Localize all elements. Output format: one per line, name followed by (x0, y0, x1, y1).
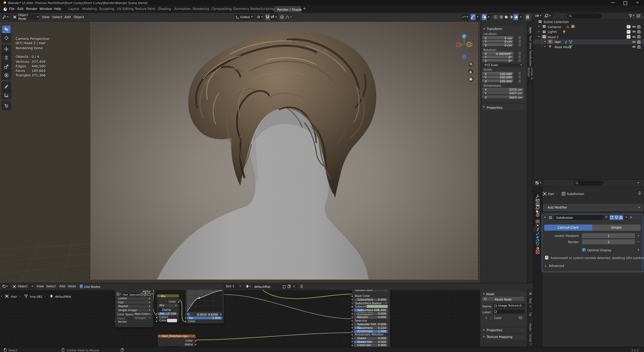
n-tab-item[interactable]: Item (528, 27, 533, 34)
properties-panel-collapsed[interactable]: Properties :::: (481, 104, 526, 110)
anisotropic-socket[interactable] (351, 330, 353, 332)
optimal-display-checkbox[interactable]: ✓ (582, 248, 586, 252)
hair-direction-header[interactable]: Hair_Direction.tga (158, 335, 196, 338)
lock-icon[interactable] (518, 55, 521, 58)
hide-eye-icon[interactable] (632, 25, 636, 28)
pan-button[interactable] (468, 69, 473, 74)
tab-particles-icon[interactable] (535, 231, 539, 235)
properties-search-input[interactable] (574, 181, 603, 185)
show-viewport-toggle[interactable] (614, 215, 618, 220)
modifier-extras-dropdown[interactable] (624, 215, 628, 220)
scale-y-field[interactable]: Y100.000 (482, 75, 514, 78)
image-name-field[interactable]: Hair_Specular.tga (122, 293, 140, 296)
catmull-clark-button[interactable]: Catmull-Clark (544, 224, 592, 231)
pause-render-button[interactable] (525, 14, 530, 20)
tool-add-cube[interactable] (2, 101, 11, 110)
render-levels-field[interactable]: 2 (582, 239, 635, 244)
proportional-falloff-selector[interactable] (284, 14, 292, 20)
shading-material-button[interactable] (509, 14, 513, 20)
tab-world-icon[interactable] (535, 213, 539, 217)
shader-tab-options[interactable]: Op (528, 312, 533, 317)
material-browse-button[interactable] (244, 284, 253, 289)
hide-eye-icon[interactable] (632, 45, 636, 49)
tab-modifiers-icon[interactable] (535, 227, 539, 231)
lock-icon[interactable] (518, 79, 521, 82)
hair-direction-node[interactable]: Hair_Direction.tga Color Alpha (158, 335, 196, 347)
lock-icon[interactable] (518, 59, 521, 62)
overlays-dropdown[interactable] (487, 14, 491, 20)
pin-icon[interactable] (638, 191, 641, 195)
curve-fac-slider[interactable]: Fac 1.000 (187, 317, 222, 320)
sheen-socket[interactable] (351, 338, 353, 340)
shader-tab-node[interactable]: N (528, 292, 533, 296)
mode-selector[interactable]: Object Mode (12, 14, 38, 20)
shader-type-selector[interactable]: Object (12, 284, 34, 289)
alpha-mode-dropdown[interactable]: Straight (134, 317, 152, 320)
blend-mode-dropdown[interactable]: Mix (158, 304, 178, 307)
modifier-grip[interactable]: :::: (636, 216, 641, 219)
disable-render-camera-icon[interactable] (637, 25, 641, 29)
disable-render-camera-icon[interactable] (637, 40, 641, 44)
mix-color1-input-socket[interactable] (156, 317, 158, 319)
expand-arrow[interactable] (544, 46, 546, 47)
shader-tab-view[interactable]: V (528, 305, 533, 308)
metallic-slider[interactable]: Metallic0.000 (354, 316, 388, 319)
shader-tab-tool[interactable]: Tool (528, 298, 533, 303)
pivot-point-selector[interactable] (256, 14, 263, 20)
copy-icon[interactable] (144, 293, 147, 296)
node-panel-title[interactable]: Node (486, 292, 494, 296)
xray-toggle[interactable] (494, 14, 498, 20)
subsurface-ior-slider[interactable]: Subsurface IOR1.400 (354, 309, 388, 312)
workspace-tab-render-shade[interactable]: Render / Shade (274, 6, 301, 12)
lock-icon[interactable] (518, 43, 521, 46)
node-label-field[interactable] (493, 309, 524, 313)
modifier-name-field[interactable]: Subdivision (554, 215, 604, 220)
principled-bsdf-node[interactable]: Random Walk Base Color Subsurface0.000 S… (352, 290, 390, 347)
tool-scale[interactable] (2, 62, 11, 71)
tool-annotate[interactable] (2, 82, 11, 90)
mix-node[interactable]: Mix Color Mix Clamp Fac 0.556 Color1 Col… (157, 294, 179, 321)
subsurface-method-dropdown[interactable]: Random Walk (354, 290, 388, 291)
curve-x-field[interactable]: 0.3515 (196, 313, 208, 316)
editor-type-button[interactable] (2, 14, 10, 20)
outliner-search-input[interactable] (567, 13, 602, 18)
workspace-tab-sculpting[interactable]: Sculpting (99, 7, 114, 10)
modifier-close-button[interactable]: × (630, 215, 632, 219)
dimensions-y-field[interactable]: Y2427 cm (482, 91, 524, 94)
viewport-menu-view[interactable]: View (42, 15, 50, 18)
show-render-toggle[interactable] (618, 215, 623, 220)
tab-material-icon[interactable] (535, 246, 539, 250)
workspace-tab-rendering[interactable]: Rendering (193, 7, 209, 10)
tab-collection-icon[interactable] (535, 219, 539, 223)
gizmos-toggle[interactable] (471, 14, 476, 20)
zoom-button[interactable] (468, 61, 474, 67)
outliner-editor-type-button[interactable] (534, 13, 543, 18)
tab-view-layer-icon[interactable] (535, 206, 539, 210)
menu-render[interactable]: Render (26, 7, 38, 10)
tool-cursor[interactable] (2, 34, 11, 42)
material-name-field[interactable]: defaultMat × (252, 284, 298, 289)
direction-color-output-socket[interactable] (195, 340, 197, 342)
proportional-editing-toggle[interactable] (280, 14, 284, 20)
hide-eye-icon[interactable] (632, 30, 636, 33)
collapse-arrow[interactable] (538, 36, 540, 37)
shader-menu-select[interactable]: Select (46, 285, 56, 288)
tool-select-tweak[interactable] (2, 25, 11, 34)
workspace-tab-compositing[interactable]: Compositing (212, 7, 232, 10)
lock-icon[interactable] (518, 72, 521, 75)
shader-menu-view[interactable]: View (36, 285, 44, 288)
disable-render-camera-icon[interactable] (637, 30, 641, 34)
menu-help[interactable]: Help (54, 7, 62, 10)
subsurface-color-swatch[interactable] (367, 305, 388, 308)
tool-rotate[interactable] (2, 53, 11, 62)
hide-eye-icon[interactable] (632, 35, 636, 38)
clearcoat-slider[interactable]: Clearcoat0.000 (354, 344, 388, 347)
direction-alpha-output-socket[interactable] (195, 344, 197, 346)
clamp-checkbox[interactable] (158, 309, 162, 312)
node-properties-panel[interactable]: Properties :::: (481, 327, 526, 333)
new-collection-button[interactable] (636, 13, 641, 18)
menu-edit[interactable]: Edit (17, 7, 24, 10)
use-nodes-checkbox[interactable]: ✓ (80, 285, 83, 288)
color-expand-arrow[interactable] (486, 317, 487, 319)
disable-render-camera-icon[interactable] (637, 45, 641, 49)
